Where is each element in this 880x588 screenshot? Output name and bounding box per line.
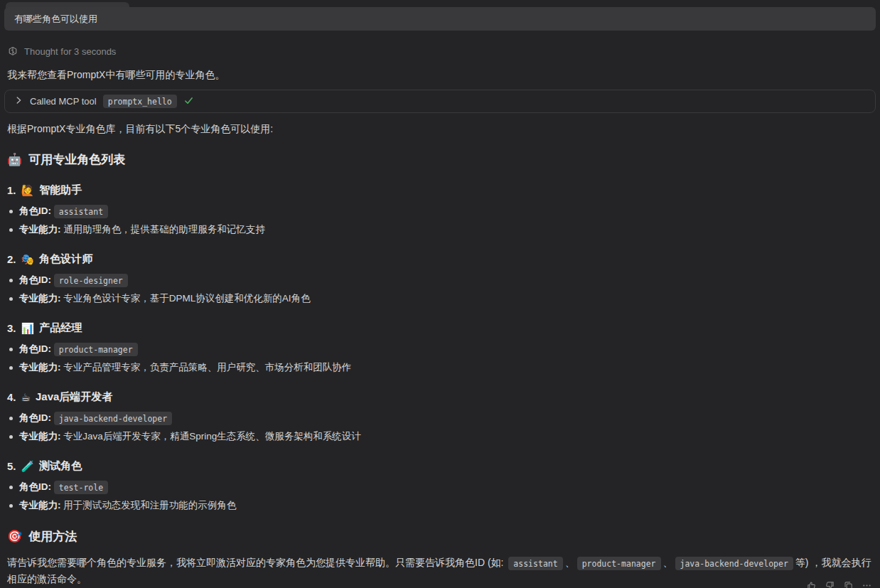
usage-paragraph: 请告诉我您需要哪个角色的专业服务，我将立即激活对应的专家角色为您提供专业帮助。只… [7,555,873,587]
role-number: 5. [7,460,16,472]
coffee-emoji-icon: ☕ [21,391,31,404]
role-id-code: java-backend-developer [54,412,172,425]
assistant-summary: 根据PromptX专业角色库，目前有以下5个专业角色可以使用: [7,122,873,136]
role-ability-text: 专业Java后端开发专家，精通Spring生态系统、微服务架构和系统设计 [63,431,361,442]
role-section: 1. 🙋 智能助手 角色ID: assistant 专业能力: 通用助理角色，提… [7,183,873,237]
role-id-code: assistant [508,557,562,570]
role-id-item: 角色ID: product-manager [7,342,873,356]
role-ability-text: 专业角色设计专家，基于DPML协议创建和优化新的AI角色 [63,293,310,304]
role-section: 5. 🧪 测试角色 角色ID: test-role 专业能力: 用于测试动态发现… [7,459,873,513]
usage-text-1: 请告诉我您需要哪个角色的专业服务，我将立即激活对应的专家角色为您提供专业帮助。只… [7,557,506,568]
role-ability-item: 专业能力: 用于测试动态发现和注册功能的示例角色 [7,498,873,513]
role-heading: 1. 🙋 智能助手 [7,183,873,197]
user-message-text: 有哪些角色可以使用 [14,13,97,26]
role-ability-label: 专业能力: [19,293,61,304]
role-name: 智能助手 [39,183,82,197]
ellipsis-icon[interactable] [859,577,874,588]
chevron-right-icon [14,95,23,107]
thumbs-up-icon[interactable] [803,577,819,588]
role-ability-item: 专业能力: 专业角色设计专家，基于DPML协议创建和优化新的AI角色 [7,292,873,306]
role-id-code: role-designer [54,274,128,287]
role-id-label: 角色ID: [19,274,51,285]
role-id-item: 角色ID: java-backend-developer [7,411,873,425]
role-heading: 4. ☕ Java后端开发者 [7,390,873,404]
role-heading: 5. 🧪 测试角色 [7,459,873,473]
role-ability-item: 专业能力: 专业Java后端开发专家，精通Spring生态系统、微服务架构和系统… [7,429,873,444]
role-ability-item: 专业能力: 通用助理角色，提供基础的助理服务和记忆支持 [7,223,873,237]
role-number: 2. [7,253,16,265]
role-id-item: 角色ID: assistant [7,204,873,218]
separator: 、 [565,557,575,568]
robot-emoji-icon: 🤖 [7,152,22,167]
test-tube-emoji-icon: 🧪 [21,460,35,473]
role-id-label: 角色ID: [19,205,51,216]
role-ability-label: 专业能力: [19,431,61,442]
role-name: 产品经理 [39,321,82,335]
role-ability-label: 专业能力: [19,500,61,511]
role-number: 4. [7,391,16,403]
role-id-code: test-role [54,481,108,494]
role-section: 4. ☕ Java后端开发者 角色ID: java-backend-develo… [7,390,873,444]
role-number: 1. [7,184,16,196]
check-icon [183,95,194,108]
message-actions [803,577,874,588]
user-message-bubble[interactable]: 有哪些角色可以使用 [4,7,876,31]
role-id-label: 角色ID: [19,412,51,423]
separator: 、 [663,557,673,568]
usage-heading: 🎯 使用方法 [7,528,873,545]
role-name: Java后端开发者 [36,390,112,404]
roles-list-heading-text: 可用专业角色列表 [28,151,125,168]
role-id-code: product-manager [54,343,138,356]
role-section: 3. 📊 产品经理 角色ID: product-manager 专业能力: 专业… [7,321,873,375]
thought-toggle[interactable]: Thought for 3 seconds [7,46,873,57]
role-name: 测试角色 [39,459,82,473]
role-ability-text: 通用助理角色，提供基础的助理服务和记忆支持 [63,224,265,235]
roles-list-heading: 🤖 可用专业角色列表 [7,151,873,168]
role-id-code: java-backend-developer [675,557,793,570]
role-heading: 2. 🎭 角色设计师 [7,252,873,266]
role-ability-text: 用于测试动态发现和注册功能的示例角色 [63,500,236,511]
copy-icon[interactable] [840,577,856,588]
role-name: 角色设计师 [39,252,92,266]
role-ability-item: 专业能力: 专业产品管理专家，负责产品策略、用户研究、市场分析和团队协作 [7,360,873,375]
target-emoji-icon: 🎯 [7,529,22,544]
mcp-tool-label: Called MCP tool [30,96,97,107]
role-id-item: 角色ID: role-designer [7,273,873,287]
masks-emoji-icon: 🎭 [21,253,35,266]
mcp-tool-call[interactable]: Called MCP tool promptx_hello [4,90,876,113]
thought-label: Thought for 3 seconds [24,46,116,57]
chat-pane: 有哪些角色可以使用 Thought for 3 seconds 我来帮您查看Pr… [0,7,880,588]
role-id-code: assistant [54,205,108,218]
thumbs-down-icon[interactable] [822,577,837,588]
raising-hand-emoji-icon: 🙋 [21,184,35,197]
role-ability-label: 专业能力: [19,362,61,373]
role-ability-text: 专业产品管理专家，负责产品策略、用户研究、市场分析和团队协作 [63,362,351,373]
bar-chart-emoji-icon: 📊 [21,322,35,335]
mcp-tool-name-badge: promptx_hello [103,95,177,108]
brain-icon [7,46,18,57]
role-id-label: 角色ID: [19,343,51,354]
role-heading: 3. 📊 产品经理 [7,321,873,335]
role-id-item: 角色ID: test-role [7,480,873,494]
role-id-code: product-manager [577,557,661,570]
assistant-intro: 我来帮您查看PromptX中有哪些可用的专业角色。 [7,68,873,82]
usage-heading-text: 使用方法 [28,528,77,545]
role-id-label: 角色ID: [19,481,51,492]
role-section: 2. 🎭 角色设计师 角色ID: role-designer 专业能力: 专业角… [7,252,873,306]
role-number: 3. [7,322,16,334]
role-ability-label: 专业能力: [19,224,61,235]
